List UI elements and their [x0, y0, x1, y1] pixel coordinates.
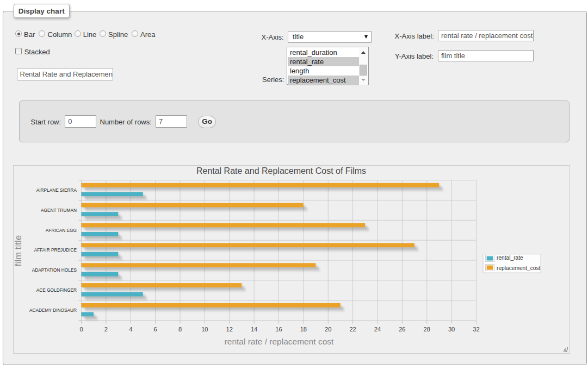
svg-text:22: 22: [349, 326, 356, 333]
svg-text:ACE GOLDFINGER: ACE GOLDFINGER: [36, 287, 77, 293]
svg-text:6: 6: [154, 326, 157, 333]
svg-text:30: 30: [448, 326, 455, 333]
svg-text:16: 16: [275, 326, 282, 333]
svg-text:AGENT TRUMAN: AGENT TRUMAN: [41, 208, 77, 213]
svg-text:28: 28: [424, 326, 430, 333]
svg-text:ADAPTATION HOLES: ADAPTATION HOLES: [32, 267, 77, 273]
svg-text:replacement_cost: replacement_cost: [497, 265, 541, 271]
svg-text:2: 2: [104, 326, 108, 333]
svg-text:12: 12: [226, 326, 233, 333]
svg-text:10: 10: [201, 326, 208, 333]
svg-text:rental rate / replacement cost: rental rate / replacement cost: [225, 337, 334, 346]
svg-text:8: 8: [178, 326, 182, 333]
svg-text:rental_rate: rental_rate: [497, 255, 523, 261]
svg-text:film title: film title: [13, 235, 23, 267]
svg-text:AFRICAN EGG: AFRICAN EGG: [46, 228, 77, 233]
svg-text:AFFAIR PREJUDICE: AFFAIR PREJUDICE: [34, 247, 77, 253]
svg-text:Rental Rate and Replacement Co: Rental Rate and Replacement Cost of Film…: [196, 166, 366, 175]
svg-text:18: 18: [300, 326, 307, 333]
svg-text:26: 26: [399, 326, 405, 333]
svg-text:4: 4: [129, 326, 132, 333]
svg-text:0: 0: [79, 326, 83, 333]
svg-text:14: 14: [251, 326, 257, 333]
svg-text:ACADEMY DINOSAUR: ACADEMY DINOSAUR: [29, 308, 77, 313]
svg-text:32: 32: [473, 326, 479, 333]
svg-text:AIRPLANE SIERRA: AIRPLANE SIERRA: [36, 187, 77, 193]
svg-text:20: 20: [325, 326, 331, 333]
svg-text:24: 24: [374, 326, 381, 333]
